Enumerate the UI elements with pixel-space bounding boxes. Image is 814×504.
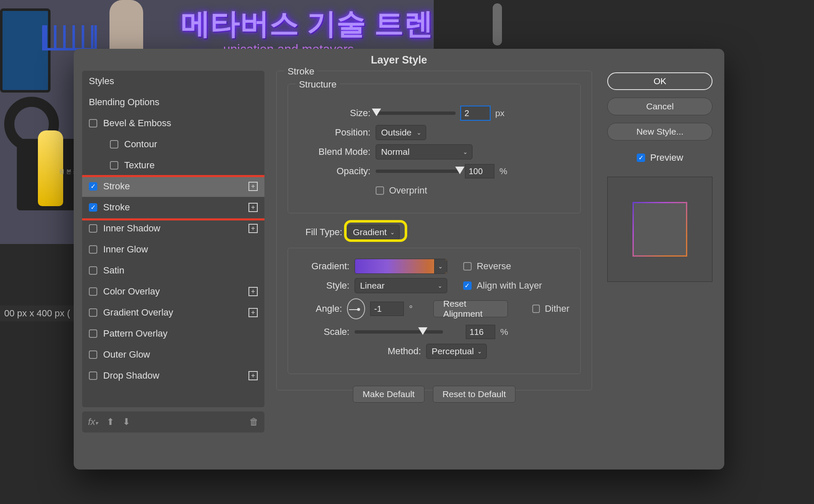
plus-icon[interactable]: +	[248, 287, 258, 296]
gradient-group: Gradient: ⌄ Reverse Style: Linear⌄ Align…	[288, 248, 581, 374]
gradient-swatch[interactable]: ⌄	[355, 259, 447, 274]
inner-glow-row[interactable]: Inner Glow	[82, 239, 264, 260]
checkbox-icon[interactable]	[110, 161, 118, 170]
cancel-button[interactable]: Cancel	[607, 98, 713, 115]
fill-type-label: Fill Type:	[288, 227, 342, 238]
blend-mode-label: Blend Mode:	[299, 146, 371, 157]
contour-row[interactable]: Contour	[82, 134, 264, 155]
checkbox-icon[interactable]	[89, 266, 97, 275]
checkbox-icon[interactable]	[89, 119, 97, 127]
pattern-overlay-row[interactable]: Pattern Overlay	[82, 323, 264, 344]
method-label: Method:	[299, 346, 421, 357]
inner-shadow-row[interactable]: Inner Shadow+	[82, 218, 264, 239]
structure-title: Structure	[296, 79, 340, 90]
scale-label: Scale:	[299, 326, 350, 337]
satin-row[interactable]: Satin	[82, 260, 264, 281]
position-select[interactable]: Outside⌄	[376, 125, 426, 140]
preview-swatch	[633, 202, 687, 257]
size-slider[interactable]	[376, 111, 456, 115]
checkbox-icon[interactable]	[89, 371, 97, 380]
checkbox-icon[interactable]	[89, 329, 97, 338]
plus-icon[interactable]: +	[248, 371, 258, 380]
opacity-unit: %	[499, 166, 507, 176]
chevron-down-icon: ⌄	[477, 348, 482, 355]
checkbox-icon[interactable]	[89, 203, 97, 212]
fill-type-select[interactable]: Gradient⌄	[347, 225, 400, 240]
move-down-icon[interactable]: ⬇	[123, 416, 130, 427]
plus-icon[interactable]: +	[248, 203, 258, 212]
plus-icon[interactable]: +	[248, 182, 258, 191]
chevron-down-icon: ⌄	[438, 282, 443, 289]
preview-checkbox[interactable]	[637, 154, 645, 162]
slider-thumb-icon[interactable]	[455, 167, 464, 174]
drop-shadow-row[interactable]: Drop Shadow+	[82, 365, 264, 386]
size-input[interactable]	[461, 106, 490, 120]
reverse-checkbox[interactable]	[463, 262, 472, 271]
blend-mode-select[interactable]: Normal⌄	[376, 144, 472, 159]
layer-style-dialog: Layer Style Styles Blending Options Beve…	[74, 49, 724, 470]
checkbox-icon[interactable]	[89, 182, 97, 191]
styles-footer: fx▾ ⬆ ⬇ 🗑	[82, 411, 264, 432]
move-up-icon[interactable]: ⬆	[107, 416, 114, 427]
preview-label: Preview	[650, 152, 683, 163]
color-overlay-row[interactable]: Color Overlay+	[82, 281, 264, 302]
checkbox-icon[interactable]	[110, 140, 118, 149]
panel-scrollbar[interactable]	[493, 3, 502, 45]
angle-dial[interactable]	[347, 298, 365, 319]
angle-label: Angle:	[299, 303, 342, 314]
angle-unit: °	[409, 304, 412, 314]
checkbox-icon[interactable]	[89, 245, 97, 254]
overprint-checkbox[interactable]	[376, 186, 384, 195]
ok-button[interactable]: OK	[607, 72, 713, 90]
checkbox-icon[interactable]	[89, 224, 97, 233]
stroke-group: Stroke Structure Size: px Position: Outs…	[276, 71, 592, 390]
status-bar: 00 px x 400 px (	[0, 305, 75, 321]
texture-row[interactable]: Texture	[82, 155, 264, 176]
stroke-row-1[interactable]: Stroke+	[82, 176, 264, 197]
outer-glow-row[interactable]: Outer Glow	[82, 344, 264, 365]
bevel-emboss-row[interactable]: Bevel & Emboss	[82, 113, 264, 134]
checkbox-icon[interactable]	[89, 287, 97, 296]
scale-input[interactable]	[466, 325, 495, 339]
plus-icon[interactable]: +	[248, 308, 258, 317]
dither-checkbox[interactable]	[532, 305, 540, 313]
overprint-label: Overprint	[389, 185, 427, 196]
stroke-group-title: Stroke	[284, 66, 318, 77]
method-select[interactable]: Perceptual⌄	[426, 344, 487, 359]
styles-header[interactable]: Styles	[82, 71, 264, 92]
chevron-down-icon: ⌄	[416, 129, 422, 136]
fx-icon[interactable]: fx▾	[88, 416, 98, 427]
chevron-down-icon: ⌄	[390, 229, 395, 236]
gradient-overlay-row[interactable]: Gradient Overlay+	[82, 302, 264, 323]
dialog-title: Layer Style	[74, 49, 724, 71]
trash-icon[interactable]: 🗑	[249, 416, 259, 427]
make-default-button[interactable]: Make Default	[353, 386, 424, 403]
gradient-style-label: Style:	[299, 280, 350, 291]
reset-alignment-button[interactable]: Reset Alignment	[433, 300, 507, 317]
blending-options-row[interactable]: Blending Options	[82, 92, 264, 113]
checkbox-icon[interactable]	[89, 350, 97, 359]
structure-group: Structure Size: px Position: Outside⌄ Bl…	[288, 84, 581, 213]
opacity-label: Opacity:	[299, 166, 371, 177]
dither-label: Dither	[545, 303, 570, 314]
preview-box	[607, 177, 713, 282]
scale-slider[interactable]	[355, 330, 443, 334]
slider-thumb-icon[interactable]	[372, 109, 381, 116]
new-style-button[interactable]: New Style...	[607, 123, 713, 141]
scale-unit: %	[500, 327, 508, 337]
gradient-style-select[interactable]: Linear⌄	[355, 278, 447, 293]
align-layer-checkbox[interactable]	[463, 281, 472, 290]
size-label: Size:	[299, 108, 371, 119]
position-label: Position:	[299, 127, 371, 138]
size-unit: px	[495, 108, 504, 118]
slider-thumb-icon[interactable]	[418, 327, 427, 335]
angle-input[interactable]	[370, 302, 404, 316]
gradient-label: Gradient:	[299, 261, 350, 272]
plus-icon[interactable]: +	[248, 224, 258, 233]
opacity-slider[interactable]	[376, 170, 460, 173]
checkbox-icon[interactable]	[89, 308, 97, 317]
reset-to-default-button[interactable]: Reset to Default	[433, 386, 516, 403]
opacity-input[interactable]	[465, 164, 494, 178]
stroke-row-2[interactable]: Stroke+	[82, 197, 264, 218]
styles-list: Styles Blending Options Bevel & Emboss C…	[82, 71, 264, 407]
